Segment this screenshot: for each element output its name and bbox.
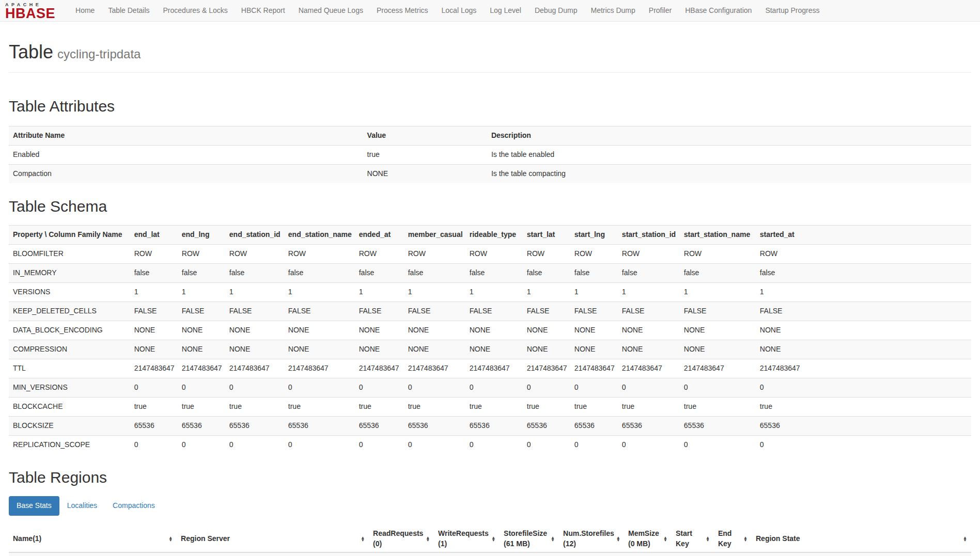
nav-item-home[interactable]: Home [69, 0, 101, 21]
tab-base-stats[interactable]: Base Stats [9, 496, 59, 516]
schema-value-cell: NONE [404, 340, 465, 359]
schema-value-cell: 0 [618, 378, 680, 397]
nav-item-named-queue-logs[interactable]: Named Queue Logs [292, 0, 370, 21]
schema-row: COMPRESSIONNONENONENONENONENONENONENONEN… [9, 340, 971, 359]
table-attributes-heading: Table Attributes [9, 96, 971, 118]
regions-col-name-1[interactable]: Name(1)▲▼ [9, 526, 177, 552]
nav-item-hbase-configuration[interactable]: HBase Configuration [678, 0, 758, 21]
schema-value-cell: ROW [284, 245, 355, 264]
nav-item-log-level[interactable]: Log Level [483, 0, 528, 21]
nav-item-local-logs[interactable]: Local Logs [435, 0, 484, 21]
attributes-col-description: Description [487, 126, 971, 146]
attributes-cell: Is the table compacting [487, 165, 971, 183]
region-cell-end-key [714, 552, 752, 556]
regions-col-label: Region State [756, 534, 800, 544]
schema-value-cell: 65536 [570, 416, 618, 435]
schema-value-cell: 0 [570, 435, 618, 454]
schema-value-cell: true [225, 397, 284, 416]
schema-value-cell: ROW [570, 245, 618, 264]
nav-item-table-details[interactable]: Table Details [101, 0, 156, 21]
schema-col-start-station-name: start_station_name [680, 226, 756, 245]
regions-col-end-key[interactable]: End Key▲▼ [714, 526, 752, 552]
regions-col-num-storefiles-12[interactable]: Num.Storefiles (12)▲▼ [559, 526, 624, 552]
regions-col-memsize-0-mb[interactable]: MemSize (0 MB)▲▼ [624, 526, 672, 552]
sort-icon[interactable]: ▲▼ [743, 536, 748, 542]
table-regions-section: Table Regions Base StatsLocalitiesCompac… [9, 467, 971, 556]
schema-value-cell: 65536 [178, 416, 225, 435]
schema-value-cell: 1 [523, 283, 570, 302]
schema-value-cell: true [465, 397, 523, 416]
region-cell-write-requests: 1 [434, 552, 500, 556]
schema-value-cell: false [225, 264, 284, 283]
nav-item-startup-progress[interactable]: Startup Progress [758, 0, 826, 21]
schema-col-start-lat: start_lat [523, 226, 570, 245]
schema-value-cell: ROW [130, 245, 178, 264]
schema-value-cell: 65536 [618, 416, 680, 435]
schema-value-cell: 65536 [756, 416, 971, 435]
regions-col-start-key[interactable]: Start Key▲▼ [672, 526, 714, 552]
schema-property-cell: COMPRESSION [9, 340, 130, 359]
sort-icon[interactable]: ▲▼ [168, 536, 173, 542]
schema-value-cell: true [523, 397, 570, 416]
regions-col-storefilesize-61-mb[interactable]: StorefileSize (61 MB)▲▼ [500, 526, 559, 552]
schema-value-cell: 65536 [284, 416, 355, 435]
schema-value-cell: FALSE [130, 302, 178, 321]
schema-value-cell: true [570, 397, 618, 416]
regions-col-readrequests-0[interactable]: ReadRequests (0)▲▼ [369, 526, 434, 552]
schema-value-cell: 0 [756, 435, 971, 454]
schema-value-cell: true [130, 397, 178, 416]
attributes-row: CompactionNONEIs the table compacting [9, 165, 971, 183]
nav-menu: HomeTable DetailsProcedures & LocksHBCK … [69, 0, 826, 21]
regions-col-region-state[interactable]: Region State▲▼ [752, 526, 971, 552]
table-regions-heading: Table Regions [9, 467, 971, 489]
schema-value-cell: ROW [178, 245, 225, 264]
nav-item-metrics-dump[interactable]: Metrics Dump [584, 0, 642, 21]
schema-value-cell: 1 [178, 283, 225, 302]
sort-icon[interactable]: ▲▼ [491, 536, 495, 542]
schema-value-cell: false [465, 264, 523, 283]
nav-item-profiler[interactable]: Profiler [642, 0, 678, 21]
region-cell-region-state: OPEN [752, 552, 971, 556]
sort-icon[interactable]: ▲▼ [361, 536, 365, 542]
nav-item-hbck-report[interactable]: HBCK Report [235, 0, 292, 21]
schema-value-cell: NONE [284, 321, 355, 340]
tab-compactions[interactable]: Compactions [105, 496, 163, 516]
schema-value-cell: 1 [756, 283, 971, 302]
table-attributes-section: Table Attributes Attribute NameValueDesc… [9, 96, 971, 183]
schema-value-cell: 0 [680, 435, 756, 454]
schema-col-rideable-type: rideable_type [465, 226, 523, 245]
schema-value-cell: 1 [404, 283, 465, 302]
schema-value-cell: true [178, 397, 225, 416]
schema-value-cell: FALSE [465, 302, 523, 321]
schema-value-cell: NONE [284, 340, 355, 359]
regions-col-label: Start Key [676, 529, 704, 549]
regions-col-writerequests-1[interactable]: WriteRequests (1)▲▼ [434, 526, 500, 552]
sort-icon[interactable]: ▲▼ [706, 536, 710, 542]
sort-icon[interactable]: ▲▼ [551, 536, 555, 542]
sort-icon[interactable]: ▲▼ [963, 536, 967, 542]
tab-localities[interactable]: Localities [59, 496, 105, 516]
schema-value-cell: 1 [225, 283, 284, 302]
region-cell-storefile-size: 61 MB [500, 552, 559, 556]
schema-value-cell: FALSE [618, 302, 680, 321]
nav-item-process-metrics[interactable]: Process Metrics [370, 0, 435, 21]
schema-value-cell: 0 [355, 378, 404, 397]
schema-value-cell: true [404, 397, 465, 416]
schema-value-cell: 1 [284, 283, 355, 302]
hbase-logo[interactable]: APACHE HBASE [5, 2, 55, 20]
nav-item-debug-dump[interactable]: Debug Dump [528, 0, 584, 21]
schema-value-cell: 65536 [404, 416, 465, 435]
schema-row: TTL2147483647214748364721474836472147483… [9, 359, 971, 378]
schema-value-cell: NONE [355, 321, 404, 340]
schema-value-cell: NONE [404, 321, 465, 340]
schema-property-cell: BLOCKCACHE [9, 397, 130, 416]
sort-icon[interactable]: ▲▼ [616, 536, 620, 542]
nav-item-procedures-locks[interactable]: Procedures & Locks [157, 0, 235, 21]
sort-icon[interactable]: ▲▼ [426, 536, 430, 542]
regions-col-region-server[interactable]: Region Server▲▼ [177, 526, 369, 552]
table-schema-heading: Table Schema [9, 196, 971, 218]
sort-icon[interactable]: ▲▼ [663, 536, 667, 542]
schema-value-cell: 1 [130, 283, 178, 302]
regions-col-label: Region Server [181, 534, 230, 544]
schema-value-cell: 2147483647 [225, 359, 284, 378]
